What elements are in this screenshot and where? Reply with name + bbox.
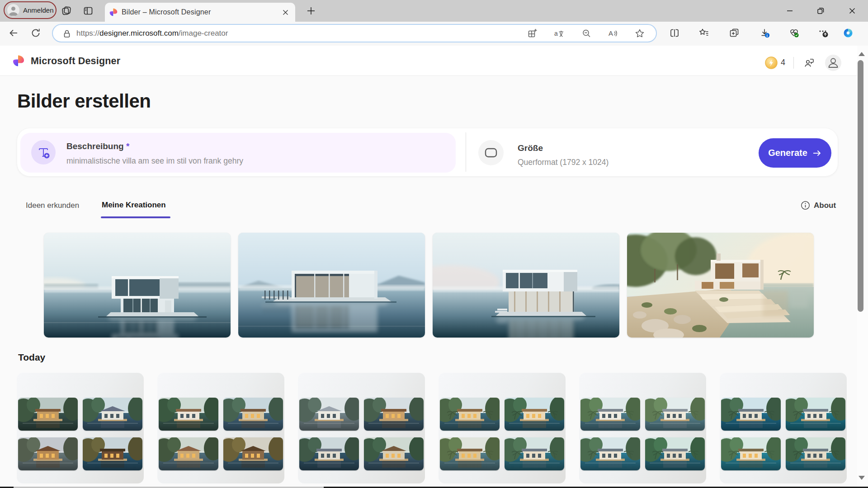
url-domain: designer.microsoft.com <box>99 29 179 38</box>
creation-thumbnail[interactable] <box>786 437 845 470</box>
zoom-out-icon[interactable] <box>581 28 592 39</box>
avatar <box>7 4 19 16</box>
size-value[interactable]: Querformat (1792 x 1024) <box>518 158 609 167</box>
new-tab-icon[interactable] <box>307 6 316 15</box>
credits-count: 4 <box>781 58 785 67</box>
credits-coin-icon[interactable] <box>765 56 778 69</box>
tab-close-icon[interactable] <box>282 9 289 16</box>
creation-thumbnail[interactable] <box>440 437 500 470</box>
apps-launcher-icon[interactable] <box>527 28 538 39</box>
feedback-icon[interactable] <box>803 57 815 69</box>
size-label: Größe <box>518 143 543 153</box>
creation-thumbnail[interactable] <box>83 398 142 431</box>
prompt-card: Beschreibung * minimalistische villa am … <box>17 128 838 176</box>
creation-thumbnail[interactable] <box>299 398 359 431</box>
prompt-value: minimalistische villa am see im stil von… <box>66 156 243 166</box>
scroll-down-icon[interactable] <box>859 476 865 480</box>
account-button[interactable] <box>825 55 841 71</box>
svg-text:A: A <box>609 29 613 37</box>
svg-text:a: a <box>554 30 558 37</box>
info-icon <box>801 201 810 210</box>
tab-my-creations[interactable]: Meine Kreationen <box>102 201 166 210</box>
browser-essentials-icon[interactable] <box>789 28 800 38</box>
creation-thumbnail[interactable] <box>223 437 283 470</box>
window-close-icon[interactable] <box>847 6 857 16</box>
lock-icon[interactable] <box>61 28 72 39</box>
scroll-up-icon[interactable] <box>859 52 865 56</box>
vertical-tabs-icon[interactable] <box>83 5 94 16</box>
svg-text:i: i <box>767 33 768 38</box>
about-label: About <box>814 201 836 210</box>
creation-thumbnail[interactable] <box>721 398 781 431</box>
today-heading: Today <box>18 352 45 363</box>
split-screen-icon[interactable] <box>669 28 680 38</box>
designer-favicon <box>109 8 118 16</box>
creation-thumbnail[interactable] <box>505 398 564 431</box>
favorites-list-icon[interactable] <box>698 28 709 38</box>
prompt-label: Beschreibung * <box>66 141 129 151</box>
browser-tab-strip: Anmelden Bilder – Microsoft Designer <box>0 0 868 22</box>
url-path: /image-creator <box>179 29 228 38</box>
creation-thumbnail[interactable] <box>364 437 424 470</box>
profile-label: Anmelden <box>23 6 54 14</box>
creation-thumbnail[interactable] <box>159 437 218 470</box>
account-person-icon <box>825 55 841 71</box>
card-divider <box>466 132 466 172</box>
downloads-icon[interactable]: i <box>760 28 770 38</box>
favorite-star-icon[interactable] <box>634 28 645 39</box>
creation-thumbnail[interactable] <box>721 437 781 470</box>
creation-thumbnail[interactable] <box>580 398 640 431</box>
creation-thumbnail[interactable] <box>18 398 78 431</box>
aspect-ratio-icon[interactable] <box>478 140 504 165</box>
settings-menu-icon[interactable] <box>818 28 829 38</box>
creation-group-2 <box>157 373 284 483</box>
creation-thumbnail[interactable] <box>505 437 564 470</box>
creation-thumbnail[interactable] <box>159 398 218 431</box>
url-text: https://designer.microsoft.com/image-cre… <box>76 29 228 38</box>
collections-icon[interactable] <box>729 28 740 38</box>
creation-thumbnail[interactable] <box>580 437 640 470</box>
browser-profile-button[interactable]: Anmelden <box>4 1 57 19</box>
window-restore-icon[interactable] <box>816 6 826 16</box>
window-minimize-icon[interactable] <box>785 6 795 16</box>
generated-image-3[interactable] <box>433 233 619 338</box>
creation-thumbnail[interactable] <box>83 437 142 470</box>
designer-header <box>0 46 868 76</box>
generated-image-1[interactable] <box>44 233 231 338</box>
prompt-input[interactable]: Beschreibung * minimalistische villa am … <box>20 133 456 173</box>
creation-group-3 <box>298 373 425 483</box>
scrollbar-thumb[interactable] <box>858 60 863 312</box>
creation-thumbnail[interactable] <box>645 398 705 431</box>
browser-nav-bar: https://designer.microsoft.com/image-cre… <box>0 22 868 46</box>
about-link[interactable]: About <box>801 201 836 210</box>
creation-group-6 <box>720 373 847 483</box>
creation-group-1 <box>17 373 144 483</box>
generated-image-2[interactable] <box>238 233 425 338</box>
generate-button[interactable]: Generate <box>759 138 831 168</box>
workspaces-icon[interactable] <box>61 5 72 16</box>
header-divider <box>793 57 794 69</box>
creation-thumbnail[interactable] <box>223 398 283 431</box>
creation-thumbnail[interactable] <box>364 398 424 431</box>
copilot-icon[interactable] <box>843 28 854 38</box>
browser-tab[interactable]: Bilder – Microsoft Designer <box>105 3 295 22</box>
generated-image-4[interactable] <box>627 233 814 338</box>
translate-icon[interactable]: a <box>553 28 564 39</box>
read-aloud-icon[interactable]: A <box>607 28 618 39</box>
required-mark: * <box>126 141 129 151</box>
brand-name: Microsoft Designer <box>31 56 120 67</box>
creation-thumbnail[interactable] <box>299 437 359 470</box>
address-bar[interactable]: https://designer.microsoft.com/image-cre… <box>52 24 657 42</box>
creation-group-5 <box>579 373 706 483</box>
refresh-icon[interactable] <box>30 28 41 38</box>
tab-explore-ideas[interactable]: Ideen erkunden <box>26 201 79 210</box>
creation-thumbnail[interactable] <box>645 437 705 470</box>
back-icon[interactable] <box>8 28 19 38</box>
creation-thumbnail[interactable] <box>440 398 500 431</box>
page-title: Bilder erstellen <box>17 90 151 112</box>
url-scheme: https:// <box>76 29 99 38</box>
creation-thumbnail[interactable] <box>18 437 78 470</box>
vertical-scrollbar[interactable] <box>857 46 868 488</box>
creation-thumbnail[interactable] <box>786 398 845 431</box>
active-tab-underline <box>101 216 170 218</box>
